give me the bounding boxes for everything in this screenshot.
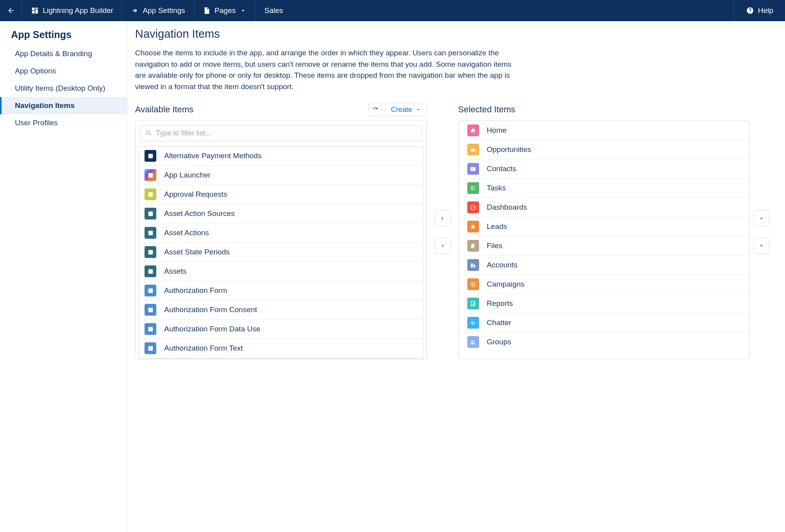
list-item-label: Asset State Periods	[164, 248, 230, 256]
move-buttons	[427, 102, 458, 254]
list-item[interactable]: Authorization Form Consent	[139, 300, 423, 320]
list-item[interactable]: Groups	[462, 333, 747, 351]
gauge-icon	[467, 201, 479, 213]
list-item[interactable]: Contacts	[462, 159, 747, 179]
app-settings-tab[interactable]: App Settings	[123, 0, 194, 21]
list-item-label: Alternative Payment Methods	[164, 152, 262, 160]
reorder-buttons	[750, 102, 773, 254]
selected-listbox: HomeOpportunitiesContactsTasksDashboards…	[458, 121, 750, 359]
sidebar-item[interactable]: App Details & Branding	[0, 45, 127, 62]
available-heading: Available Items	[135, 104, 194, 115]
list-item[interactable]: Approval Requests	[139, 185, 423, 204]
app-settings-label: App Settings	[143, 6, 185, 15]
available-item-list[interactable]: Alternative Payment MethodsApp LauncherA…	[139, 146, 423, 359]
list-item[interactable]: Tasks	[462, 179, 747, 198]
list-item[interactable]: Opportunities	[462, 140, 747, 159]
back-arrow-icon	[7, 7, 15, 15]
list-item-label: Contacts	[487, 165, 516, 173]
list-item[interactable]: Asset Action Sources	[139, 204, 423, 223]
move-right-button[interactable]	[435, 210, 450, 226]
list-item[interactable]: Authorization Form Data Use	[139, 320, 423, 339]
home-icon	[467, 124, 479, 136]
user-doc-icon	[145, 342, 156, 354]
list-item-label: Asset Actions	[164, 229, 209, 237]
move-up-button[interactable]	[754, 210, 769, 226]
list-item-label: Authorization Form Text	[164, 344, 243, 353]
list-item[interactable]: Files	[462, 236, 747, 256]
check-icon	[467, 182, 479, 194]
asset-icon	[145, 227, 156, 239]
chevron-down-icon	[240, 7, 247, 14]
builder-icon	[31, 7, 39, 15]
list-item-label: Campaigns	[487, 280, 525, 289]
list-item-label: Tasks	[487, 184, 506, 192]
list-item[interactable]: Assets	[139, 262, 423, 281]
help-label: Help	[758, 6, 773, 15]
triangle-right-icon	[440, 216, 445, 221]
help-link[interactable]: Help	[734, 0, 785, 21]
list-item-label: Home	[487, 126, 507, 135]
crown-icon	[467, 144, 479, 155]
list-item-label: Approval Requests	[164, 190, 227, 199]
user-doc-icon	[145, 304, 156, 316]
apps-icon	[145, 169, 156, 181]
list-item-label: Opportunities	[487, 145, 531, 154]
list-item-label: Asset Action Sources	[164, 209, 235, 218]
refresh-icon	[372, 106, 378, 113]
selected-column: Selected Items HomeOpportunitiesContacts…	[458, 102, 750, 359]
list-item-label: Groups	[487, 338, 511, 346]
list-item[interactable]: Asset Actions	[139, 223, 423, 243]
list-item[interactable]: Chatter	[462, 313, 747, 333]
help-icon	[746, 7, 754, 15]
context-name: Sales	[256, 0, 292, 21]
stamp-icon	[145, 188, 156, 200]
list-item-label: Accounts	[487, 261, 518, 269]
list-item-label: Dashboards	[487, 203, 527, 212]
selected-item-list[interactable]: HomeOpportunitiesContactsTasksDashboards…	[462, 121, 747, 359]
move-left-button[interactable]	[435, 238, 450, 254]
list-item[interactable]: Home	[462, 121, 747, 140]
available-listbox: Alternative Payment MethodsApp LauncherA…	[135, 121, 427, 359]
list-item[interactable]: App Launcher	[139, 166, 423, 185]
list-item[interactable]: Leads	[462, 217, 747, 236]
main-content: Navigation Items Choose the items to inc…	[127, 21, 785, 532]
triangle-up-icon	[759, 216, 764, 221]
files-icon	[467, 240, 479, 252]
page-title: Navigation Items	[135, 27, 773, 40]
list-item[interactable]: Authorization Form Text	[139, 339, 423, 358]
list-item[interactable]: Campaigns	[462, 275, 747, 294]
sidebar-item[interactable]: Navigation Items	[0, 97, 127, 114]
filter-input[interactable]	[140, 125, 422, 141]
app-title-segment[interactable]: Lightning App Builder	[22, 0, 123, 21]
pages-dropdown[interactable]: Pages	[194, 0, 256, 21]
asset-icon	[145, 208, 156, 219]
sidebar-item[interactable]: Utility Items (Desktop Only)	[0, 80, 127, 97]
list-item[interactable]: Alternative Payment Methods	[139, 146, 423, 166]
create-dropdown[interactable]: Create	[385, 103, 426, 116]
sidebar-item[interactable]: User Profiles	[0, 114, 127, 132]
asset-icon	[145, 246, 156, 258]
star-icon	[467, 221, 479, 232]
top-header: Lightning App Builder App Settings Pages…	[0, 0, 785, 21]
sidebar-item[interactable]: App Options	[0, 62, 127, 80]
list-item-label: Authorization Form Data Use	[164, 325, 260, 333]
triangle-down-icon	[759, 243, 764, 249]
list-item-label: Leads	[487, 222, 507, 231]
list-item[interactable]: Authorization Form	[139, 281, 423, 300]
list-item[interactable]: Reports	[462, 294, 747, 313]
pulse-icon	[467, 317, 479, 329]
list-item[interactable]: Accounts	[462, 256, 747, 275]
card-icon	[467, 163, 479, 175]
sidebar-title: App Settings	[0, 27, 127, 45]
gear-icon	[131, 7, 139, 15]
report-icon	[467, 298, 479, 309]
list-item[interactable]: Asset State Periods	[139, 243, 423, 262]
search-icon	[145, 130, 152, 137]
selected-heading: Selected Items	[458, 104, 516, 115]
page-icon	[203, 7, 210, 15]
refresh-button[interactable]	[368, 103, 382, 116]
list-item[interactable]: Dashboards	[462, 198, 747, 217]
move-down-button[interactable]	[754, 238, 769, 254]
asset-icon	[145, 265, 156, 277]
back-button[interactable]	[0, 0, 22, 21]
